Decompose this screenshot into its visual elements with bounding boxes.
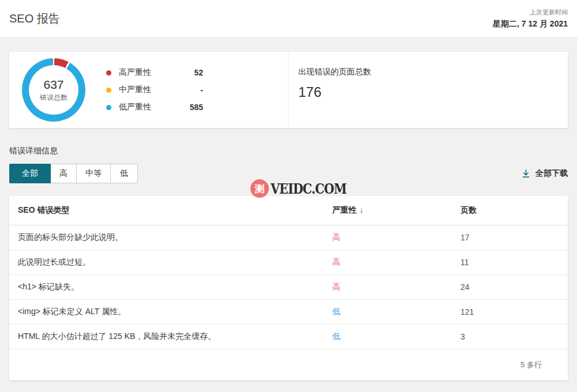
pages-cell: 24 <box>460 282 559 292</box>
legend-dot-icon <box>106 88 111 93</box>
error-type-cell: 此说明过长或过短。 <box>18 257 332 267</box>
table-row[interactable]: <h1> 标记缺失。 高 24 <box>9 275 568 300</box>
last-update-value: 星期二, 7 12 月 2021 <box>493 19 568 29</box>
legend-label: 中严重性 <box>119 85 151 95</box>
legend-dot-icon <box>106 70 111 76</box>
error-details-title: 错误详细信息 <box>9 146 568 156</box>
error-type-cell: <img> 标记未定义 ALT 属性。 <box>18 307 332 317</box>
severity-cell: 高 <box>332 232 460 243</box>
severity-filter-group: 全部高中等低 <box>9 164 138 183</box>
pages-with-errors-value: 176 <box>298 84 559 100</box>
sort-descending-icon: ↓ <box>359 205 364 214</box>
pages-cell: 121 <box>460 307 559 316</box>
severity-filter-button[interactable]: 低 <box>110 164 138 183</box>
table-row[interactable]: 页面的标头部分缺少此说明。 高 17 <box>9 225 568 250</box>
pages-cell: 3 <box>460 332 559 341</box>
download-icon <box>522 169 530 178</box>
severity-cell: 高 <box>332 282 460 292</box>
table-header-row: SEO 错误类型 严重性↓ 页数 <box>9 196 568 225</box>
pages-with-errors-panel: 出现错误的页面总数 176 <box>288 52 568 128</box>
table-row[interactable]: 此说明过长或过短。 高 11 <box>9 250 568 275</box>
content: 637 错误总数 高严重性 52 中严重性 - 低严重性 585 出现错误的页面… <box>0 52 577 380</box>
donut-total-label: 错误总数 <box>40 93 68 103</box>
column-header-severity[interactable]: 严重性↓ <box>332 205 460 216</box>
watermark-badge-icon: 测 <box>250 179 269 198</box>
column-header-error-type: SEO 错误类型 <box>18 205 332 216</box>
severity-filter-button[interactable]: 中等 <box>76 164 111 183</box>
legend-value: - <box>200 85 203 95</box>
error-type-cell: 页面的标头部分缺少此说明。 <box>18 232 332 243</box>
legend-label: 低严重性 <box>119 102 151 112</box>
error-type-cell: <h1> 标记缺失。 <box>18 282 332 292</box>
error-donut-chart: 637 错误总数 <box>22 58 85 122</box>
table-row[interactable]: HTML 的大小估计超过了 125 KB，风险并未完全缓存。 低 3 <box>9 325 568 349</box>
last-update-block: 上次更新时间 星期二, 7 12 月 2021 <box>493 8 568 29</box>
error-summary-card: 637 错误总数 高严重性 52 中严重性 - 低严重性 585 出现错误的页面… <box>9 52 568 128</box>
column-header-pages: 页数 <box>460 205 559 216</box>
last-update-label: 上次更新时间 <box>493 8 568 17</box>
donut-center: 637 错误总数 <box>29 65 78 115</box>
donut-total-value: 637 <box>43 78 63 92</box>
pages-cell: 17 <box>460 233 559 242</box>
legend-value: 52 <box>194 68 203 77</box>
legend-row: 高严重性 52 <box>106 67 203 79</box>
more-rows-text: 5 多行 <box>520 360 542 370</box>
table-row[interactable]: <img> 标记未定义 ALT 属性。 低 121 <box>9 300 568 325</box>
legend-value: 585 <box>190 103 203 112</box>
legend-row: 低严重性 585 <box>106 101 203 114</box>
download-all-label: 全部下载 <box>535 168 568 179</box>
severity-cell: 高 <box>332 257 460 267</box>
severity-legend: 高严重性 52 中严重性 - 低严重性 585 <box>106 67 203 114</box>
table-footer: 5 多行 <box>9 349 568 380</box>
watermark-text: VEIDC.COM <box>271 180 346 197</box>
legend-label: 高严重性 <box>119 67 151 78</box>
page-title: SEO 报告 <box>9 11 60 27</box>
severity-filter-button[interactable]: 高 <box>50 164 77 183</box>
severity-filter-button[interactable]: 全部 <box>9 164 51 183</box>
seo-errors-table: SEO 错误类型 严重性↓ 页数 页面的标头部分缺少此说明。 高 17 此说明过… <box>9 196 568 380</box>
pages-with-errors-label: 出现错误的页面总数 <box>298 67 559 77</box>
severity-cell: 低 <box>332 331 460 342</box>
pages-cell: 11 <box>460 258 559 267</box>
severity-cell: 低 <box>332 307 460 317</box>
error-donut-panel: 637 错误总数 高严重性 52 中严重性 - 低严重性 585 <box>9 52 288 128</box>
download-all-link[interactable]: 全部下载 <box>522 168 568 179</box>
watermark: 测 VEIDC.COM <box>250 179 363 198</box>
legend-row: 中严重性 - <box>106 84 203 96</box>
legend-dot-icon <box>106 105 111 110</box>
error-type-cell: HTML 的大小估计超过了 125 KB，风险并未完全缓存。 <box>18 331 332 342</box>
table-body: 页面的标头部分缺少此说明。 高 17 此说明过长或过短。 高 11 <h1> 标… <box>9 225 568 349</box>
app-header: SEO 报告 上次更新时间 星期二, 7 12 月 2021 <box>0 0 577 38</box>
